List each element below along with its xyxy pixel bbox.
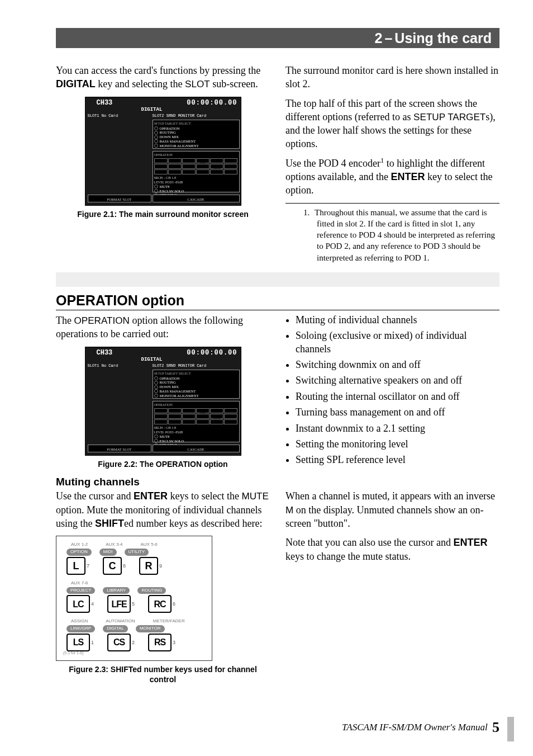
scr-slot2: SLOT2 SRND MONITOR Card <box>153 114 207 118</box>
page-footer: TASCAM IF-SM/DM Owner's Manual 5 <box>342 719 499 736</box>
figure-2-2: CH33 00:00:00.00 DIGITAL SLOT1 No Card S… <box>56 347 270 470</box>
shift-key-label: SHIFT <box>95 518 124 529</box>
screenshot-main: CH33 00:00:00.00 DIGITAL SLOT1 No Card S… <box>85 97 241 206</box>
scr-tabs-right: CASCADE <box>153 195 240 202</box>
operation-left-column: The OPERATION option allows the followin… <box>56 314 270 471</box>
key-LC: LC4 <box>66 595 94 613</box>
bullet-item: Switching alternative speakers on and of… <box>296 374 499 387</box>
intro-r-para-2: The top half of this part of the screen … <box>285 97 499 151</box>
figure-2-1: CH33 00:00:00.00 DIGITAL SLOT1 No Card S… <box>56 97 270 220</box>
scr-channel-grid: L C R DOWN MIX ALT SPK OSC LC LFE RC OFF… <box>154 158 238 174</box>
digital-key-label: DIGITAL <box>56 78 96 89</box>
keypad-diagram: AUX 1-2 AUX 3-4 AUX 5-6 OPTION MIDI UTIL… <box>56 536 212 660</box>
keypad-row3-tabs: LINK/GRP DIGITAL MONITOR <box>66 625 205 632</box>
section-divider <box>56 272 499 287</box>
enter-key-label: ENTER <box>391 171 425 182</box>
bullet-item: Instant downmix to a 2.1 setting <box>296 422 499 435</box>
footnote-rule <box>285 203 499 204</box>
chapter-header: 2 – Using the card <box>56 28 499 48</box>
muting-right-column: When a channel is muted, it appears with… <box>285 489 499 687</box>
keypad-row2-tabs: PROJECT LIBRARY ROUTING <box>66 587 205 594</box>
keypad-row1: L7 C8 R9 <box>66 557 205 575</box>
edge-tab <box>507 717 514 741</box>
figure-2-3: AUX 1-2 AUX 3-4 AUX 5-6 OPTION MIDI UTIL… <box>56 536 270 685</box>
operation-para-1: The OPERATION option allows the followin… <box>56 314 270 341</box>
muting-heading: Muting channels <box>56 476 499 488</box>
mute-code: MUTE <box>241 491 268 502</box>
bullet-item: Setting the monitoring level <box>296 438 499 451</box>
screenshot-operation: CH33 00:00:00.00 DIGITAL SLOT1 No Card S… <box>85 347 241 456</box>
figure-2-3-caption: Figure 2.3: SHIFTed number keys used for… <box>56 664 270 686</box>
footnote-1: 1.Throughout this manual, we assume that… <box>285 207 499 263</box>
enter-key-label: ENTER <box>453 537 487 548</box>
bullet-item: Soloing (exclusive or mixed) of individu… <box>296 329 499 356</box>
operation-code: OPERATION <box>74 315 129 326</box>
chapter-title: Using the card <box>394 30 492 46</box>
intro-right-column: The surround monitor card is here shown … <box>285 64 499 263</box>
m-code: M <box>285 505 293 516</box>
bullet-item: Muting of individual channels <box>296 314 499 327</box>
intro-para-1: You can access the card's functions by p… <box>56 64 270 91</box>
intro-r-para-1: The surround monitor card is here shown … <box>285 64 499 91</box>
muting-r-para-1: When a channel is muted, it appears with… <box>285 489 499 530</box>
muting-block: Use the cursor and ENTER keys to select … <box>56 489 499 687</box>
muting-para-1: Use the cursor and ENTER keys to select … <box>56 489 270 530</box>
scr-timecode: 00:00:00.00 <box>187 100 237 106</box>
keypad-row3: LS1 CS2 RS3 <box>66 634 205 651</box>
chapter-number: 2 <box>375 30 383 46</box>
scr-operation-panel: OPERATION L C R DOWN MIX ALT SPK OSC LC … <box>153 151 240 192</box>
slot-code: SLOT <box>185 79 210 89</box>
operation-heading: OPERATION option <box>56 292 499 310</box>
operation-right-column: Muting of individual channels Soloing (e… <box>285 314 499 471</box>
enter-key-label: ENTER <box>134 490 168 502</box>
operation-bullet-list: Muting of individual channels Soloing (e… <box>285 314 499 467</box>
keypad-row1-aux: AUX 1-2 AUX 3-4 AUX 5-6 <box>71 542 205 548</box>
intro-left-column: You can access the card's functions by p… <box>56 64 270 263</box>
key-L: L7 <box>66 557 89 575</box>
bullet-item: Setting SPL reference level <box>296 453 499 466</box>
keypad-row3-aux: ASSIGN AUTOMATION METER/FADER <box>71 618 205 625</box>
key-LFE: LFE5 <box>107 595 135 613</box>
intro-block: You can access the card's functions by p… <box>56 64 499 263</box>
bullet-item: Routing the internal oscillator on and o… <box>296 390 499 403</box>
intro-r-para-3: Use the POD 4 encoder1 to highlight the … <box>285 157 499 197</box>
scr-channel: CH33 <box>97 100 113 106</box>
figure-2-2-caption: Figure 2.2: The OPERATION option <box>98 459 227 470</box>
scr-digital-tab: DIGITAL <box>141 107 163 112</box>
header-separator: – <box>384 30 392 46</box>
key-RC: RC6 <box>148 595 175 613</box>
bullet-item: Switching downmix on and off <box>296 358 499 371</box>
page-number: 5 <box>492 719 499 735</box>
setup-target-code: SETUP TARGET <box>413 112 486 122</box>
scr-setup-panel: SETUP TARGET SELECT OPERATION ROUTING DO… <box>153 120 240 149</box>
keypad-row1-tabs: OPTION MIDI UTILITY <box>66 549 205 556</box>
key-LS: LS1 <box>66 634 94 651</box>
key-RS: RS3 <box>148 634 175 651</box>
bullet-item: Turning bass management on and off <box>296 406 499 419</box>
muting-r-para-2: Note that you can also use the cursor an… <box>285 536 499 563</box>
key-C: C8 <box>103 557 126 575</box>
key-R: R9 <box>139 557 162 575</box>
scr-tabs-left: FORMAT SLOT <box>88 195 151 202</box>
muting-left-column: Use the cursor and ENTER keys to select … <box>56 489 270 687</box>
scr-slot1: SLOT1 No Card <box>88 114 118 118</box>
keypad-row2-aux: AUX 7-8 <box>71 580 205 587</box>
manual-title: TASCAM IF-SM/DM Owner's Manual <box>342 722 488 733</box>
figure-2-1-caption: Figure 2.1: The main surround monitor sc… <box>77 209 249 220</box>
key-CS: CS2 <box>107 634 135 651</box>
operation-block: The OPERATION option allows the followin… <box>56 314 499 471</box>
keypad-row2: LC4 LFE5 RC6 <box>66 595 205 613</box>
